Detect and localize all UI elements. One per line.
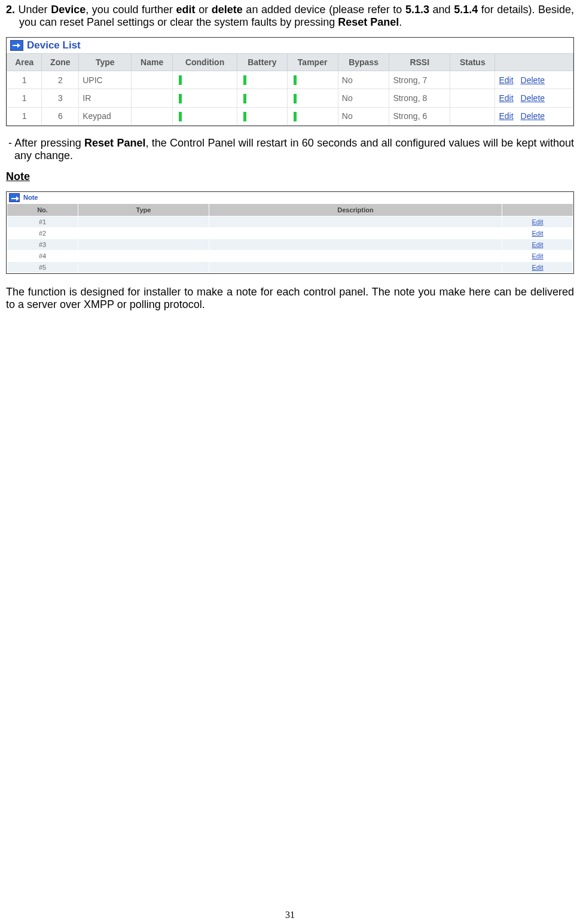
table-header-row: No. Type Description bbox=[7, 203, 573, 216]
col-actions bbox=[495, 54, 573, 71]
edit-link[interactable]: Edit bbox=[532, 264, 544, 271]
status-indicator-icon bbox=[294, 112, 297, 121]
col-condition: Condition bbox=[172, 54, 237, 71]
table-row: #3Edit bbox=[7, 239, 573, 250]
col-act bbox=[502, 203, 573, 216]
col-area: Area bbox=[7, 54, 42, 71]
edit-link[interactable]: Edit bbox=[532, 218, 544, 225]
paragraph-device-intro: 2. Under Device, you could further edit … bbox=[6, 4, 574, 29]
device-list-table: Area Zone Type Name Condition Battery Ta… bbox=[7, 53, 573, 126]
table-row: #5Edit bbox=[7, 261, 573, 273]
note-title: Note bbox=[7, 192, 573, 203]
edit-link[interactable]: Edit bbox=[499, 111, 513, 121]
paragraph-note-desc: The function is designed for installer t… bbox=[6, 286, 574, 311]
col-type: Type bbox=[79, 54, 132, 71]
note-table: No. Type Description #1Edit#2Edit#3Edit#… bbox=[7, 203, 573, 273]
paragraph-reset-panel: - After pressing Reset Panel, the Contro… bbox=[6, 137, 574, 162]
col-zone: Zone bbox=[42, 54, 79, 71]
edit-link[interactable]: Edit bbox=[532, 230, 544, 237]
col-status: Status bbox=[450, 54, 495, 71]
col-rssi: RSSI bbox=[389, 54, 450, 71]
edit-link[interactable]: Edit bbox=[532, 252, 544, 260]
device-list-title: Device List bbox=[7, 38, 573, 53]
table-row: 12UPICNoStrong, 7EditDelete bbox=[7, 71, 573, 89]
table-row: #2Edit bbox=[7, 227, 573, 239]
note-panel: Note No. Type Description #1Edit#2Edit#3… bbox=[6, 191, 574, 274]
arrow-panel-icon bbox=[10, 40, 23, 51]
status-indicator-icon bbox=[243, 94, 246, 103]
edit-link[interactable]: Edit bbox=[499, 75, 513, 85]
col-type: Type bbox=[78, 203, 209, 216]
status-indicator-icon bbox=[179, 75, 182, 85]
delete-link[interactable]: Delete bbox=[521, 93, 545, 103]
col-name: Name bbox=[132, 54, 173, 71]
arrow-panel-icon bbox=[9, 193, 20, 202]
edit-link[interactable]: Edit bbox=[499, 93, 513, 103]
table-row: #1Edit bbox=[7, 216, 573, 227]
edit-link[interactable]: Edit bbox=[532, 241, 544, 248]
col-desc: Description bbox=[209, 203, 502, 216]
delete-link[interactable]: Delete bbox=[521, 111, 545, 121]
status-indicator-icon bbox=[179, 94, 182, 103]
device-list-panel: Device List Area Zone Type Name Conditio… bbox=[6, 37, 574, 126]
status-indicator-icon bbox=[243, 112, 246, 121]
col-bypass: Bypass bbox=[338, 54, 389, 71]
table-row: #4Edit bbox=[7, 250, 573, 261]
table-header-row: Area Zone Type Name Condition Battery Ta… bbox=[7, 54, 573, 71]
table-row: 13IRNoStrong, 8EditDelete bbox=[7, 89, 573, 107]
delete-link[interactable]: Delete bbox=[521, 75, 545, 85]
status-indicator-icon bbox=[179, 112, 182, 121]
col-battery: Battery bbox=[237, 54, 287, 71]
device-list-title-text: Device List bbox=[27, 39, 81, 51]
col-tamper: Tamper bbox=[287, 54, 338, 71]
status-indicator-icon bbox=[243, 75, 246, 85]
note-title-text: Note bbox=[23, 194, 38, 201]
note-heading: Note bbox=[6, 170, 574, 183]
status-indicator-icon bbox=[294, 94, 297, 103]
status-indicator-icon bbox=[294, 75, 297, 85]
col-no: No. bbox=[7, 203, 78, 216]
table-row: 16KeypadNoStrong, 6EditDelete bbox=[7, 107, 573, 125]
